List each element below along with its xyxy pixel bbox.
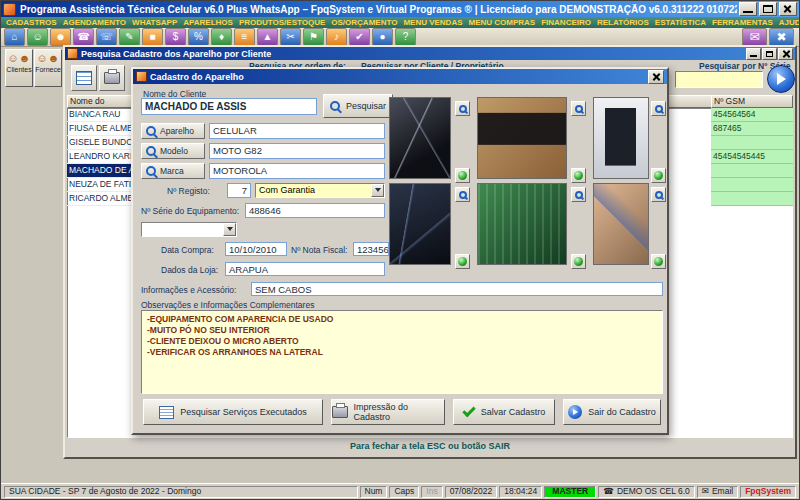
toolbar-icon-finance[interactable]: ♦ — [211, 28, 232, 46]
minimize-button[interactable] — [739, 2, 757, 16]
dialog-close-button[interactable] — [648, 70, 664, 84]
status-email[interactable]: ✉ Email — [697, 486, 738, 498]
menu-item-whatsapp[interactable]: WHATSAPP — [129, 18, 180, 27]
photo-zoom-button[interactable] — [455, 101, 470, 116]
aparelho-field[interactable]: CELULAR — [209, 123, 385, 139]
print-list-button[interactable] — [99, 65, 125, 91]
photo-load-button[interactable] — [455, 254, 470, 269]
toolbar-icon-exit[interactable]: ✖ — [769, 28, 794, 47]
close-button[interactable] — [779, 2, 797, 16]
client-row[interactable]: RICARDO ALMEID — [67, 192, 133, 206]
client-row[interactable]: FIUSA DE ALMEID — [67, 122, 133, 136]
marca-lookup-button[interactable]: Marca — [141, 163, 205, 179]
photo-zoom-button[interactable] — [651, 101, 666, 116]
extra-combo-arrow[interactable] — [223, 223, 236, 236]
toolbar-icon-stock[interactable]: ■ — [142, 28, 163, 46]
menu-item-relatorios[interactable]: RELATÓRIOS — [594, 18, 652, 27]
grid-header-gsm[interactable]: Nº GSM — [711, 95, 793, 108]
menu-item-agendamento[interactable]: AGENDAMENTO — [60, 18, 129, 27]
photo-cracked-screen[interactable] — [389, 183, 451, 265]
photo-board-repair[interactable] — [477, 183, 567, 265]
quick-button-clients[interactable]: ☺☻ Clientes — [5, 49, 33, 87]
modelo-lookup-button[interactable]: Modelo — [141, 143, 205, 159]
quick-button-suppliers[interactable]: ☺☻ Fornece — [34, 49, 62, 87]
client-row[interactable]: MACHADO DE AS — [67, 164, 133, 178]
toolbar-icon-purchases[interactable]: % — [188, 28, 209, 46]
menu-item-menu-vendas[interactable]: MENU VENDAS — [400, 18, 465, 27]
client-search-button[interactable]: Pesquisar — [323, 94, 393, 118]
inner-minimize-button[interactable] — [746, 48, 761, 60]
menu-item-financeiro[interactable]: FINANCEIRO — [538, 18, 594, 27]
grid-view-button[interactable] — [71, 65, 97, 91]
toolbar-icon-reports[interactable]: ≡ — [234, 28, 255, 46]
toolbar-icon-help[interactable]: ? — [395, 28, 416, 46]
extra-combo[interactable] — [141, 222, 237, 237]
toolbar-icon-tools[interactable]: ✂ — [280, 28, 301, 46]
toolbar-icon-suppliers[interactable]: ☻ — [50, 28, 71, 46]
menu-item-aparelhos[interactable]: APARELHOS — [180, 18, 236, 27]
photo-load-button[interactable] — [651, 254, 666, 269]
serie-field[interactable]: 488646 — [245, 203, 385, 218]
toolbar-icon-email[interactable]: ✉ — [742, 28, 767, 47]
client-row[interactable]: LEANDRO KARNA — [67, 150, 133, 164]
gsm-cell[interactable]: 454564564 — [711, 108, 793, 122]
gsm-cell[interactable] — [711, 192, 793, 206]
garantia-combo-arrow[interactable] — [371, 184, 384, 197]
serial-search-go-button[interactable] — [767, 65, 795, 93]
menu-item-cadastros[interactable]: CADASTROS — [3, 18, 60, 27]
menu-item-estatistica[interactable]: ESTATÍSTICA — [652, 18, 709, 27]
toolbar-icon-devices[interactable]: ☎ — [73, 28, 94, 46]
gsm-cell[interactable]: 687465 — [711, 122, 793, 136]
photo-white-smartphone[interactable] — [593, 97, 649, 179]
photo-zoom-button[interactable] — [571, 101, 586, 116]
registro-field[interactable]: 7 — [227, 183, 251, 198]
maximize-button[interactable] — [759, 2, 777, 16]
menu-item-menu-compras[interactable]: MENU COMPRAS — [466, 18, 539, 27]
photo-load-button[interactable] — [571, 254, 586, 269]
save-record-button[interactable]: Salvar Cadastro — [453, 399, 555, 425]
client-row[interactable]: GISELE BUNDCHE — [67, 136, 133, 150]
observacoes-memo[interactable]: -EQUIPAMENTO COM APARENCIA DE USADO -MUI… — [141, 310, 663, 394]
modelo-field[interactable]: MOTO G82 — [209, 143, 385, 159]
aparelho-lookup-button[interactable]: Aparelho — [141, 123, 205, 139]
photo-hand-repair[interactable] — [593, 183, 649, 265]
inner-maximize-button[interactable] — [762, 48, 777, 60]
search-services-button[interactable]: Pesquisar Serviços Executados — [143, 399, 323, 425]
nota-fiscal-field[interactable]: 123456 — [353, 242, 389, 256]
acessorio-field[interactable]: SEM CABOS — [251, 282, 663, 296]
gsm-cell[interactable] — [711, 178, 793, 192]
photo-load-button[interactable] — [651, 168, 666, 183]
client-row[interactable]: BIANCA RAU — [67, 108, 133, 122]
photo-zoom-button[interactable] — [571, 187, 586, 202]
data-compra-field[interactable]: 10/10/2010 — [225, 242, 287, 256]
marca-field[interactable]: MOTOROLA — [209, 163, 385, 179]
photo-load-button[interactable] — [455, 168, 470, 183]
toolbar-icon-alerts[interactable]: ♪ — [326, 28, 347, 46]
photo-load-button[interactable] — [571, 168, 586, 183]
toolbar-icon-system[interactable]: ⌂ — [4, 28, 25, 46]
loja-field[interactable]: ARAPUA — [225, 262, 385, 276]
menu-item-ferramentas[interactable]: FERRAMENTAS — [709, 18, 776, 27]
print-record-button[interactable]: Impressão do Cadastro — [331, 399, 445, 425]
toolbar-icon-whatsapp[interactable]: ☏ — [96, 28, 117, 46]
gsm-cell[interactable] — [711, 136, 793, 150]
toolbar-icon-backup[interactable]: ● — [372, 28, 393, 46]
gsm-cell[interactable] — [711, 164, 793, 178]
client-row[interactable]: NEUZA DE FATIM — [67, 178, 133, 192]
toolbar-icon-agenda[interactable]: ⚑ — [303, 28, 324, 46]
toolbar-icon-clients[interactable]: ☺ — [27, 28, 48, 46]
photo-phones-on-table[interactable] — [477, 97, 567, 179]
inner-close-button[interactable] — [778, 48, 793, 60]
serial-search-input[interactable] — [675, 71, 763, 88]
menu-item-os-orcamento[interactable]: OS/ORÇAMENTO — [328, 18, 400, 27]
toolbar-icon-statistics[interactable]: ▲ — [257, 28, 278, 46]
client-name-field[interactable]: MACHADO DE ASSIS — [141, 98, 317, 115]
exit-record-button[interactable]: Sair do Cadastro — [563, 399, 661, 425]
photo-broken-phone-front[interactable] — [389, 97, 451, 179]
grid-header-client[interactable]: Nome do Cliente — [67, 95, 133, 108]
toolbar-icon-service-orders[interactable]: ✎ — [119, 28, 140, 46]
garantia-combo[interactable]: Com Garantia — [255, 183, 385, 198]
toolbar-icon-tasks[interactable]: ✔ — [349, 28, 370, 46]
photo-zoom-button[interactable] — [651, 187, 666, 202]
toolbar-icon-sales[interactable]: $ — [165, 28, 186, 46]
